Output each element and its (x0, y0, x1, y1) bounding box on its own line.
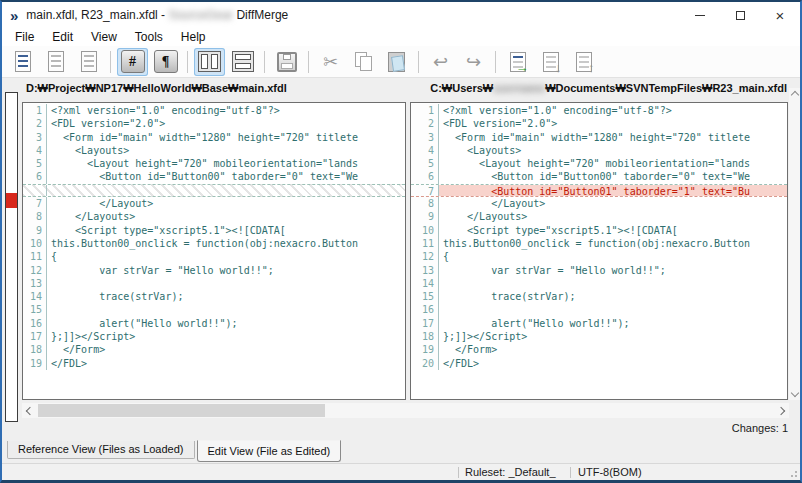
code-line: 10 <Script type="xscript5.1"><![CDATA[ (411, 224, 787, 237)
horizontal-scroll-thumb[interactable] (38, 404, 325, 417)
menu-help[interactable]: Help (172, 30, 215, 44)
menu-bar: FileEditViewToolsHelp (2, 28, 800, 46)
line-number: 5 (23, 157, 47, 170)
status-bar: Ruleset: _Default_ UTF-8(BOM) (2, 463, 800, 480)
horizontal-split-toggle[interactable] (227, 48, 258, 76)
clipboard-paste-icon (388, 52, 405, 72)
menu-view[interactable]: View (82, 30, 126, 44)
show-diffs-context-button[interactable] (40, 48, 71, 76)
view-tabs: Reference View (Files as Loaded)Edit Vie… (7, 440, 341, 462)
line-text: };]]></Script> (47, 330, 405, 343)
toolbar-separator (110, 51, 111, 73)
tab-edit-view[interactable]: Edit View (File as Edited) (197, 440, 342, 462)
line-number: 17 (411, 317, 439, 330)
line-number: 7 (411, 185, 439, 196)
line-text: this.Button00_onclick = function(obj:nex… (47, 237, 405, 250)
line-text: <Button id="Button01" taborder="1" text=… (439, 185, 787, 196)
line-number: 7 (23, 197, 47, 210)
line-text: <?xml version="1.0" encoding="utf-8"?> (439, 104, 787, 117)
vertical-scrollbar[interactable] (789, 88, 800, 400)
scroll-right-icon[interactable] (777, 406, 785, 414)
code-line: 14 trace(strVar); (23, 290, 405, 303)
line-number: 3 (411, 131, 439, 144)
right-path-suffix: ₩Documents₩SVNTempFiles₩R23_main.xfdl (545, 82, 787, 94)
copy-button[interactable] (348, 48, 379, 76)
line-text (439, 277, 787, 290)
line-text (47, 277, 405, 290)
code-line: 8 </Layouts> (23, 210, 405, 223)
line-text: </Layout> (47, 197, 405, 210)
show-all-lines-button[interactable] (7, 48, 38, 76)
code-line: 15 trace(strVar); (411, 290, 787, 303)
code-line: 12 var strVar = "Hello world!!"; (23, 264, 405, 277)
code-line: 2<FDL version="2.0"> (23, 117, 405, 130)
resize-grip-icon[interactable] (788, 468, 798, 478)
undo-button[interactable]: ↩ (425, 48, 456, 76)
code-line: 1<?xml version="1.0" encoding="utf-8"?> (23, 104, 405, 117)
diff-gap-row (23, 184, 405, 197)
horizontal-scrollbar[interactable] (22, 403, 789, 418)
toolbar: #¶✂↩↪→↓↑ (2, 46, 800, 78)
code-line: 11this.Button00_onclick = function(obj:n… (411, 237, 787, 250)
scroll-down-icon[interactable] (790, 389, 798, 397)
minimize-button[interactable] (680, 2, 720, 28)
toolbar-separator (495, 51, 496, 73)
scroll-left-icon[interactable] (26, 406, 34, 414)
paste-button[interactable] (381, 48, 412, 76)
line-text: <FDL version="2.0"> (439, 117, 787, 130)
line-number: 16 (23, 317, 47, 330)
code-line: 10this.Button00_onclick = function(obj:n… (23, 237, 405, 250)
line-number: 11 (23, 250, 47, 263)
left-code-pane[interactable]: 1<?xml version="1.0" encoding="utf-8"?>2… (22, 102, 406, 400)
doc-green-right-arrow-icon: → (510, 52, 526, 72)
line-number: 11 (411, 237, 439, 250)
line-text: <Layouts> (47, 144, 405, 157)
line-number: 6 (23, 170, 47, 183)
scroll-up-icon[interactable] (790, 91, 798, 99)
toolbar-separator (308, 51, 309, 73)
doc-up-arrow-icon: ↑ (576, 52, 592, 72)
code-line: 15 (23, 303, 405, 316)
right-file-path: C:₩Users₩username₩Documents₩SVNTempFiles… (430, 82, 787, 94)
right-code-pane[interactable]: 1<?xml version="1.0" encoding="utf-8"?>2… (410, 102, 788, 400)
line-text: };]]></Script> (439, 330, 787, 343)
line-number: 12 (23, 264, 47, 277)
show-diffs-only-button[interactable] (73, 48, 104, 76)
save-button[interactable] (271, 48, 302, 76)
code-line: 4 <Layouts> (411, 144, 787, 157)
line-number: 14 (23, 290, 47, 303)
line-text: <Script type="xscript5.1"><![CDATA[ (439, 224, 787, 237)
maximize-button[interactable] (720, 2, 760, 28)
line-number: 2 (23, 117, 47, 130)
ruleset-label: Ruleset: _Default_ (465, 466, 556, 478)
prev-change-button[interactable]: ↑ (568, 48, 599, 76)
vertical-split-toggle[interactable] (194, 48, 225, 76)
line-text: <FDL version="2.0"> (47, 117, 405, 130)
close-button[interactable]: × (760, 2, 800, 28)
tab-reference-view[interactable]: Reference View (Files as Loaded) (7, 441, 195, 459)
redo-button[interactable]: ↪ (458, 48, 489, 76)
menu-file[interactable]: File (6, 30, 43, 44)
undo-arrow-icon: ↩ (433, 53, 448, 71)
line-text: var strVar = "Hello world!!"; (439, 264, 787, 277)
line-text: <Layout height="720" mobileorientation="… (439, 157, 787, 170)
diff-change-marker (6, 193, 17, 208)
title-bar: » main.xfdl, R23_main.xfdl - SourceGear … (2, 2, 800, 28)
next-change-button[interactable]: ↓ (535, 48, 566, 76)
menu-edit[interactable]: Edit (43, 30, 82, 44)
line-numbers-toggle[interactable]: # (117, 48, 148, 76)
apply-change-button[interactable]: → (502, 48, 533, 76)
show-whitespace-toggle[interactable]: ¶ (150, 48, 181, 76)
code-line: 5 <Layout height="720" mobileorientation… (411, 157, 787, 170)
line-text: trace(strVar); (47, 290, 405, 303)
line-number: 15 (411, 290, 439, 303)
menu-tools[interactable]: Tools (126, 30, 172, 44)
line-number: 6 (411, 170, 439, 183)
diff-overview-strip[interactable] (5, 92, 18, 422)
code-line: 16 alert("Hello world!!"); (23, 317, 405, 330)
line-text: { (47, 250, 405, 263)
code-line: 6 <Button id="Button00" taborder="0" tex… (411, 170, 787, 183)
cut-button[interactable]: ✂ (315, 48, 346, 76)
line-number: 12 (411, 250, 439, 263)
line-text: </Layout> (439, 197, 787, 210)
